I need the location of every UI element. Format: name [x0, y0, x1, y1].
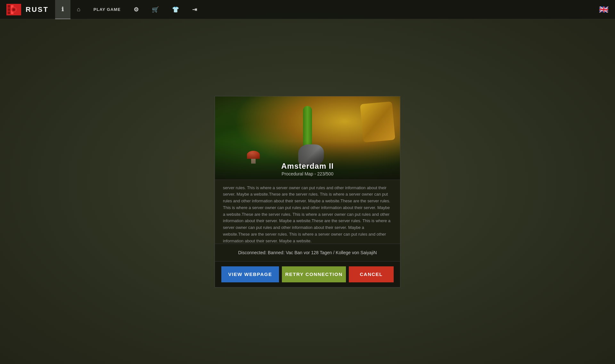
language-selector[interactable]: 🇬🇧 — [599, 5, 609, 14]
button-row: VIEW WEBPAGE Retry Connection Cancel — [215, 261, 400, 287]
nav-item-home[interactable]: ⌂ — [70, 0, 87, 19]
svg-rect-3 — [8, 12, 10, 14]
cart-icon: 🛒 — [152, 6, 159, 13]
main-content: Amsterdam II Procedural Map - 223/500 se… — [0, 19, 615, 364]
nav-item-cart[interactable]: 🛒 — [145, 0, 166, 19]
cancel-button[interactable]: Cancel — [349, 266, 394, 282]
brand-name: RUST — [26, 5, 49, 14]
play-label: PLAY GAME — [94, 7, 121, 12]
nav-items: ℹ ⌂ PLAY GAME ⚙ 🛒 👕 ⇥ — [55, 0, 599, 19]
disconnect-text: Disconnected: Banned: Vac Ban vor 128 Ta… — [238, 250, 377, 255]
server-rules-text: server rules. This is where a server own… — [223, 185, 392, 244]
server-title-area: Amsterdam II Procedural Map - 223/500 — [215, 162, 400, 176]
rust-logo-icon — [6, 4, 21, 15]
nav-item-play[interactable]: PLAY GAME — [87, 0, 127, 19]
info-icon: ℹ — [62, 6, 64, 13]
svg-point-6 — [12, 8, 15, 11]
navbar: RUST ℹ ⌂ PLAY GAME ⚙ 🛒 👕 ⇥ 🇬🇧 — [0, 0, 615, 19]
server-image: Amsterdam II Procedural Map - 223/500 — [215, 96, 400, 180]
retry-connection-button[interactable]: Retry Connection — [282, 266, 346, 282]
svg-rect-1 — [8, 5, 10, 8]
settings-icon: ⚙ — [134, 6, 139, 13]
home-icon: ⌂ — [77, 6, 81, 13]
disconnect-message: Disconnected: Banned: Vac Ban vor 128 Ta… — [215, 244, 400, 261]
server-rules-section[interactable]: server rules. This is where a server own… — [215, 180, 400, 244]
nav-item-info[interactable]: ℹ — [55, 0, 70, 19]
exit-icon: ⇥ — [192, 6, 197, 13]
flag-icon[interactable]: 🇬🇧 — [599, 5, 609, 14]
server-name: Amsterdam II — [215, 162, 400, 171]
nav-item-shirt[interactable]: 👕 — [166, 0, 186, 19]
nav-item-exit[interactable]: ⇥ — [186, 0, 204, 19]
yellow-item — [360, 101, 395, 142]
svg-rect-2 — [8, 8, 10, 11]
nav-item-settings[interactable]: ⚙ — [127, 0, 145, 19]
logo-wrapper: RUST — [6, 4, 49, 15]
server-info: Procedural Map - 223/500 — [215, 171, 400, 176]
shirt-icon: 👕 — [172, 6, 179, 13]
view-webpage-button[interactable]: VIEW WEBPAGE — [221, 266, 279, 282]
server-modal: Amsterdam II Procedural Map - 223/500 se… — [215, 96, 400, 287]
